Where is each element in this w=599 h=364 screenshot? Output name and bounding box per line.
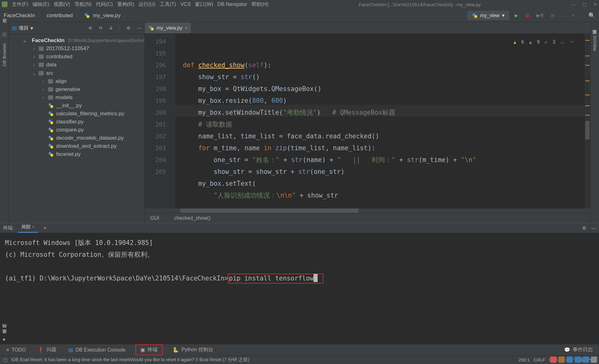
menu-dbnav[interactable]: DB Navigator <box>217 2 247 7</box>
bottom-tab-python-console[interactable]: 🐍Python 控制台 <box>171 344 215 355</box>
tree-file[interactable]: calculate_filtering_metrics.py <box>9 110 144 118</box>
side-tab-favorites[interactable]: ★收藏 <box>1 337 7 342</box>
chevron-right-icon: 〉 <box>164 215 169 221</box>
menu-refactor[interactable]: 重构(R) <box>117 1 134 8</box>
editor-horizontal-scrollbar[interactable] <box>145 208 590 213</box>
chevron-right-icon: › <box>41 86 46 93</box>
bottom-tab-db-console[interactable]: ▤DB Execution Console <box>66 344 127 355</box>
folder-icon <box>48 87 53 92</box>
run-config-name: my_view <box>480 13 499 18</box>
run-button-icon[interactable]: ▶ <box>515 13 518 18</box>
line-separator[interactable]: CRLF <box>533 357 545 362</box>
attach-icon[interactable]: … <box>561 13 565 18</box>
python-file-icon <box>48 119 54 125</box>
tree-file[interactable]: facenet.py <box>9 150 144 158</box>
toolwindows-toggle-icon[interactable]: ▢ <box>3 357 7 362</box>
folder-icon <box>39 63 44 67</box>
settings-gear-icon[interactable]: ⚙ <box>127 26 130 31</box>
editor-breadcrumb: GUI 〉 checked_show() <box>145 213 590 223</box>
weak-warning-icon[interactable]: ▲ <box>529 36 532 48</box>
menu-help[interactable]: 帮助(H) <box>251 1 268 8</box>
settings-gear-icon[interactable]: ⚙ <box>582 225 586 231</box>
editor-area: my_view.py × 194 195 196 197 198 199 200… <box>145 22 590 223</box>
bottom-tab-todo[interactable]: ≡TODO <box>4 344 28 355</box>
tree-folder[interactable]: ›models <box>9 93 144 102</box>
breadcrumb-file[interactable]: my_view.py <box>93 12 120 19</box>
bottom-tab-eventlog[interactable]: 💬事件日志 <box>562 344 595 355</box>
window-maximize-icon[interactable]: ▢ <box>582 2 587 7</box>
menu-code[interactable]: 代码(C) <box>96 1 113 8</box>
menu-run[interactable]: 运行(U) <box>139 1 155 8</box>
terminal-cursor <box>314 274 318 282</box>
editor-tabs: my_view.py × <box>145 22 590 34</box>
tree-folder[interactable]: ›data <box>9 61 144 69</box>
crumb-method[interactable]: checked_show() <box>174 215 211 221</box>
typo-icon[interactable]: ✔ <box>545 36 548 48</box>
new-terminal-icon[interactable]: ＋ <box>42 224 48 233</box>
menu-window[interactable]: 窗口(W) <box>195 1 213 8</box>
tree-file[interactable]: download_and_extract.py <box>9 142 144 150</box>
caret-position[interactable]: 200:1 <box>519 357 530 362</box>
side-tab-project[interactable]: 项目 <box>2 24 7 28</box>
tree-file[interactable]: compare.py <box>9 126 144 134</box>
tree-root[interactable]: ⌄ FaceCheckIn D:\Work\JupyterWorkSpace\D… <box>9 36 144 45</box>
menu-vcs[interactable]: VCS <box>180 2 191 7</box>
svg-point-3 <box>474 15 477 18</box>
terminal-tab-local[interactable]: 局部 × <box>18 223 38 233</box>
svg-point-9 <box>51 122 53 124</box>
tree-folder[interactable]: ⌄src <box>9 69 144 77</box>
inspection-indicators: ▲6 ▲9 ✔3 ︿ ﹀ <box>514 36 575 48</box>
tree-file[interactable]: classifier.py <box>9 118 144 126</box>
run-configuration-dropdown[interactable]: my_view ▾ <box>467 11 509 20</box>
breadcrumb-project[interactable]: FaceCheckIn <box>4 12 35 19</box>
hide-panel-icon[interactable]: — <box>137 26 141 31</box>
svg-point-17 <box>51 154 53 157</box>
side-tab-db-browser[interactable]: DB Browser <box>2 41 7 68</box>
bottom-tab-terminal[interactable]: ▣终端 <box>135 344 163 355</box>
menu-edit[interactable]: 编辑(E) <box>32 1 49 8</box>
tree-folder[interactable]: ›align <box>9 77 144 85</box>
locate-icon[interactable]: ⊕ <box>89 26 92 31</box>
side-tab-database[interactable]: 数据库 <box>592 24 598 28</box>
terminal-output[interactable]: Microsoft Windows [版本 10.0.19042.985] (c… <box>0 233 599 344</box>
menu-file[interactable]: 文件(F) <box>12 1 28 8</box>
python-file-icon <box>48 127 54 133</box>
tree-file[interactable]: decode_msceleb_dataset.py <box>9 134 144 142</box>
chevron-right-icon: › <box>41 94 46 101</box>
window-close-icon[interactable]: ✕ <box>593 2 597 7</box>
collapse-all-icon[interactable]: ⇊ <box>109 26 113 31</box>
expand-all-icon[interactable]: ⇆ <box>99 26 102 31</box>
search-everywhere-icon[interactable]: 🔍 <box>588 12 595 19</box>
tree-folder[interactable]: ›20170512-110547 <box>9 45 144 53</box>
eventlog-icon: 💬 <box>564 347 570 353</box>
run-coverage-icon[interactable]: ▶⦿ <box>537 13 544 18</box>
debug-button-icon[interactable]: 🐞 <box>525 13 530 18</box>
project-view-selector[interactable]: 项目 ▾ <box>12 25 33 31</box>
commit-icon[interactable] <box>2 32 7 37</box>
window-minimize-icon[interactable]: — <box>571 2 576 7</box>
prev-highlight-icon[interactable]: ︿ <box>560 36 565 48</box>
crumb-class[interactable]: GUI <box>150 215 159 221</box>
menu-tools[interactable]: 工具(T) <box>160 1 176 8</box>
close-icon[interactable]: × <box>32 224 35 229</box>
breadcrumb-folder[interactable]: contributed <box>46 12 73 19</box>
hide-panel-icon[interactable]: — <box>591 225 596 231</box>
next-highlight-icon[interactable]: ﹀ <box>570 36 575 48</box>
warning-icon[interactable]: ▲ <box>514 36 516 48</box>
close-tab-icon[interactable]: × <box>185 25 188 31</box>
menu-view[interactable]: 视图(V) <box>54 1 70 8</box>
chevron-right-icon: 〉 <box>124 12 129 19</box>
code-editor[interactable]: 194 195 196 197 198 199 200 201 202 203 … <box>145 34 590 208</box>
tree-file[interactable]: __init__.py <box>9 102 144 110</box>
problems-icon: ❗ <box>38 347 44 353</box>
python-file-icon <box>149 25 154 31</box>
editor-tab-active[interactable]: my_view.py × <box>145 22 192 33</box>
tree-folder[interactable]: ›contributed <box>9 53 144 61</box>
side-tab-sciview[interactable]: SciView <box>592 34 597 53</box>
stop-button-icon[interactable]: ■ <box>572 13 574 18</box>
profile-icon[interactable]: ◷ <box>551 13 554 18</box>
tree-folder[interactable]: ›generative <box>9 85 144 93</box>
bottom-tab-problems[interactable]: ❗问题 <box>36 344 58 355</box>
error-stripe[interactable] <box>585 34 590 208</box>
menu-navigate[interactable]: 导航(N) <box>75 1 91 8</box>
